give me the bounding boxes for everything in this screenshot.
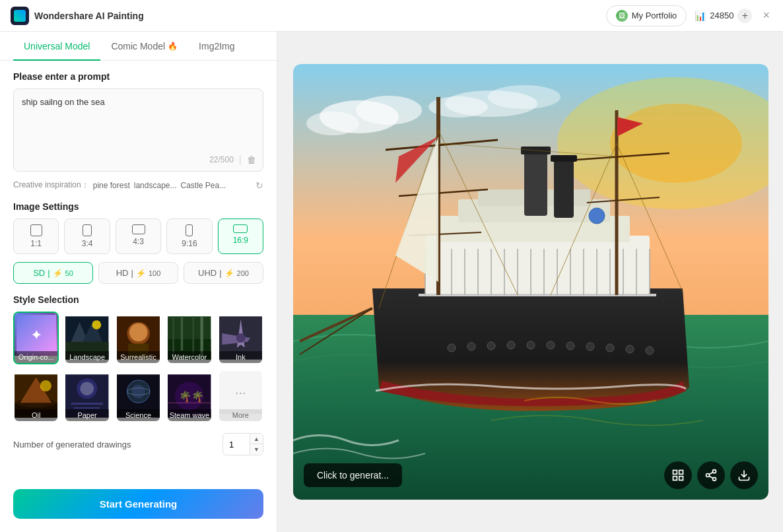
svg-point-100 bbox=[487, 342, 495, 350]
svg-rect-113 bbox=[679, 477, 683, 481]
svg-point-99 bbox=[467, 343, 475, 350]
ratio-4-3[interactable]: 4:3 bbox=[116, 218, 161, 254]
generate-button[interactable]: Start Generating bbox=[13, 489, 263, 519]
image-settings-section: Image Settings 1:1 3:4 4:3 bbox=[13, 201, 263, 284]
action-reuse-button[interactable] bbox=[664, 461, 692, 489]
style-item-origin[interactable]: ✦ Origin-co... bbox=[13, 312, 59, 364]
ratio-16-9[interactable]: 16:9 bbox=[218, 218, 263, 254]
style-label-surrealistic: Surrealistic bbox=[117, 351, 160, 363]
credits-display: 📊 24850 + bbox=[695, 9, 752, 23]
prompt-label: Please enter a prompt bbox=[13, 71, 263, 82]
clear-icon[interactable]: 🗑 bbox=[247, 154, 256, 165]
draw-count-label: Number of generated drawings bbox=[13, 440, 131, 449]
right-panel: Click to generat... bbox=[277, 32, 783, 532]
close-button[interactable]: × bbox=[760, 6, 772, 25]
svg-point-116 bbox=[713, 477, 716, 481]
style-item-more[interactable]: ··· More bbox=[218, 370, 263, 422]
refresh-icon[interactable]: ↻ bbox=[255, 180, 263, 191]
inspiration-tag-2[interactable]: Castle Pea... bbox=[180, 181, 226, 190]
svg-point-28 bbox=[81, 382, 94, 395]
add-credits-button[interactable]: + bbox=[737, 9, 752, 23]
svg-point-47 bbox=[488, 85, 561, 109]
tabs-container: Universal Model Comic Model 🔥 Img2Img bbox=[0, 32, 277, 61]
svg-point-25 bbox=[40, 380, 51, 391]
quality-uhd[interactable]: UHD | ⚡ 200 bbox=[184, 262, 263, 284]
credits-amount: 24850 bbox=[710, 11, 733, 20]
svg-rect-57 bbox=[419, 294, 656, 296]
svg-rect-77 bbox=[554, 160, 574, 218]
style-label-ink: Ink bbox=[219, 351, 262, 363]
lightning-icon-sd: ⚡ bbox=[53, 269, 63, 278]
style-item-oil[interactable]: Oil bbox=[13, 370, 59, 422]
inspiration-tag-1[interactable]: landscape... bbox=[134, 181, 177, 190]
style-label-paper: Paper bbox=[65, 409, 108, 421]
tab-comic[interactable]: Comic Model 🔥 bbox=[100, 32, 188, 61]
svg-point-101 bbox=[507, 341, 515, 349]
quality-grid: SD | ⚡ 50 HD | ⚡ 100 UHD | ⚡ bbox=[13, 262, 263, 284]
image-settings-label: Image Settings bbox=[13, 201, 263, 212]
char-count: 22/500 bbox=[209, 155, 234, 164]
style-item-landscape[interactable]: Landscape bbox=[64, 312, 110, 364]
svg-point-20 bbox=[236, 333, 245, 343]
svg-point-107 bbox=[626, 345, 634, 353]
lightning-icon-uhd: ⚡ bbox=[224, 269, 234, 278]
ratio-icon-1-1 bbox=[30, 224, 42, 236]
spinner-up[interactable]: ▲ bbox=[250, 434, 263, 444]
inspiration-tag-0[interactable]: pine forest bbox=[93, 181, 130, 190]
style-item-watercolor[interactable]: Watercolor bbox=[166, 312, 212, 364]
prompt-textarea[interactable]: ship sailng on the sea bbox=[14, 89, 263, 149]
svg-point-42 bbox=[610, 104, 742, 183]
portfolio-label: My Portfolio bbox=[632, 11, 677, 20]
app-title: Wondershare AI Painting bbox=[34, 11, 144, 21]
tab-img2img[interactable]: Img2Img bbox=[188, 32, 245, 61]
image-overlay: Click to generat... bbox=[293, 461, 768, 489]
style-item-science[interactable]: Science bbox=[116, 370, 161, 422]
main-layout: Universal Model Comic Model 🔥 Img2Img Pl… bbox=[0, 32, 783, 532]
svg-point-98 bbox=[448, 344, 456, 352]
number-input-wrap: ▲ ▼ bbox=[222, 433, 263, 455]
svg-point-104 bbox=[566, 342, 574, 350]
portfolio-button[interactable]: 🖼 My Portfolio bbox=[606, 5, 687, 26]
lightning-icon-hd: ⚡ bbox=[136, 269, 146, 278]
ratio-icon-16-9 bbox=[233, 224, 248, 233]
style-section-label: Style Selection bbox=[13, 294, 263, 305]
title-bar-right: 🖼 My Portfolio 📊 24850 + × bbox=[606, 5, 772, 26]
ratio-9-16[interactable]: 9:16 bbox=[166, 218, 212, 254]
svg-line-117 bbox=[709, 476, 713, 478]
style-item-ink[interactable]: Ink bbox=[218, 312, 263, 364]
ratio-1-1[interactable]: 1:1 bbox=[13, 218, 59, 254]
style-item-paper[interactable]: Paper bbox=[64, 370, 110, 422]
quality-sd[interactable]: SD | ⚡ 50 bbox=[13, 262, 93, 284]
ship-image bbox=[293, 64, 768, 500]
ratio-3-4[interactable]: 3:4 bbox=[64, 218, 110, 254]
ratio-grid: 1:1 3:4 4:3 9:16 bbox=[13, 218, 263, 254]
generate-overlay-button[interactable]: Click to generat... bbox=[304, 463, 402, 487]
svg-rect-111 bbox=[679, 471, 683, 475]
spinner-down[interactable]: ▼ bbox=[250, 444, 263, 455]
quality-hd[interactable]: HD | ⚡ 100 bbox=[98, 262, 178, 284]
svg-text:🌴: 🌴 bbox=[191, 390, 205, 403]
ratio-icon-3-4 bbox=[83, 224, 92, 236]
style-thumb-more: ··· bbox=[219, 371, 262, 414]
tab-universal[interactable]: Universal Model bbox=[13, 32, 100, 61]
style-section: Style Selection ✦ Origin-co... bbox=[13, 294, 263, 422]
ratio-icon-9-16 bbox=[186, 224, 193, 236]
action-share-button[interactable] bbox=[697, 461, 725, 489]
svg-rect-76 bbox=[524, 150, 547, 216]
number-spinners: ▲ ▼ bbox=[250, 434, 263, 455]
draw-count-input[interactable] bbox=[223, 436, 250, 453]
style-item-surrealistic[interactable]: Surrealistic bbox=[116, 312, 161, 364]
svg-point-109 bbox=[589, 208, 605, 224]
svg-point-103 bbox=[547, 341, 555, 349]
draw-count-section: Number of generated drawings ▲ ▼ bbox=[13, 433, 263, 455]
style-item-steamwave[interactable]: 🌴 🌴 Steam wave bbox=[166, 370, 212, 422]
separator-0: | bbox=[48, 268, 50, 278]
title-bar: Wondershare AI Painting 🖼 My Portfolio 📊… bbox=[0, 0, 783, 32]
ratio-icon-4-3 bbox=[132, 224, 145, 234]
svg-point-102 bbox=[527, 341, 535, 349]
inspiration-tags: pine forest landscape... Castle Pea... bbox=[93, 181, 226, 190]
style-grid: ✦ Origin-co... bbox=[13, 312, 263, 422]
separator-2: | bbox=[219, 268, 221, 278]
svg-text:✦: ✦ bbox=[30, 327, 42, 343]
action-download-button[interactable] bbox=[730, 461, 758, 489]
